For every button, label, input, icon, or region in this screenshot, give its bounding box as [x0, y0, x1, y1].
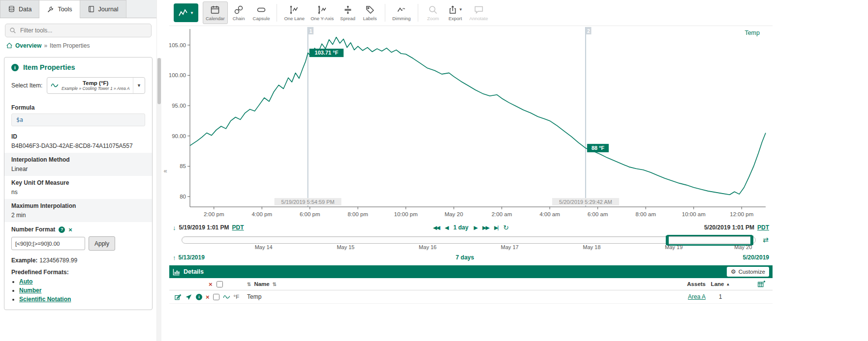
capsule-icon — [256, 5, 266, 15]
panel-title: Item Properties — [23, 63, 75, 71]
remove-all-icon[interactable]: × — [209, 281, 213, 287]
sidebar-collapse-handle[interactable]: « — [161, 0, 169, 341]
x-tick-label: 4:00 pm — [251, 211, 272, 217]
format-auto-link[interactable]: Auto — [19, 278, 32, 285]
tab-label: Tools — [58, 6, 72, 13]
calendar-button[interactable]: Calendar — [203, 1, 228, 24]
one-lane-button[interactable]: One Lane — [281, 1, 308, 24]
list-item: Scientific Notation — [19, 296, 152, 303]
apply-button[interactable]: Apply — [89, 236, 115, 251]
column-header-lane[interactable]: Lane — [711, 281, 724, 287]
timeline-track[interactable] — [182, 236, 756, 244]
one-y-axis-icon — [317, 5, 327, 15]
customize-button[interactable]: ⚙ Customize — [727, 267, 769, 277]
table-row[interactable]: i × °F Temp Area A 1 — [169, 290, 773, 304]
capsule-button[interactable]: Capsule — [250, 1, 273, 24]
investigate-expand-icon[interactable]: ↑ — [173, 254, 176, 261]
jump-to-end-icon[interactable]: ▶| — [494, 225, 497, 231]
max-interpolation-label: Maximum Interpolation — [11, 202, 145, 209]
labels-icon — [365, 5, 375, 15]
item-select-dropdown[interactable]: Temp (°F) Example » Cooling Tower 1 » Ar… — [47, 77, 145, 94]
number-format-row: Apply — [4, 235, 152, 255]
labels-button[interactable]: Labels — [359, 1, 381, 24]
edit-icon[interactable] — [174, 293, 182, 301]
x-tick-label: 6:00 pm — [300, 211, 320, 217]
dimming-icon — [397, 5, 406, 15]
clear-format-icon[interactable]: × — [68, 227, 72, 233]
trend-chart[interactable]: 12105.00100.0095.0090.0085802:00 pm4:00 … — [169, 26, 773, 222]
remove-icon[interactable]: × — [206, 294, 210, 300]
filter-tools — [5, 24, 152, 37]
x-tick-label: 2:00 am — [492, 211, 512, 217]
timeline-zoom-icon[interactable]: ⇄ — [763, 236, 769, 244]
timeline-date-label: May 14 — [255, 244, 273, 250]
unit-label: Key Unit Of Measure — [11, 179, 145, 186]
refresh-icon[interactable]: ↻ — [503, 224, 509, 231]
filter-tools-input[interactable] — [5, 24, 152, 37]
tab-tools[interactable]: Tools — [39, 0, 80, 18]
interpolation-value: Linear — [11, 166, 145, 172]
step-forward-icon[interactable]: ▶ — [474, 225, 477, 231]
x-tick-label: 12:00 pm — [730, 211, 753, 217]
tab-journal[interactable]: Journal — [80, 0, 126, 18]
dimming-button[interactable]: Dimming — [389, 1, 413, 24]
annotate-icon — [474, 5, 484, 15]
spread-button[interactable]: Spread — [337, 1, 359, 24]
step-back-icon[interactable]: ◀ — [445, 225, 448, 231]
chain-icon — [234, 5, 244, 15]
tab-data[interactable]: Data — [0, 0, 39, 18]
sort-icon[interactable]: ⇅ — [273, 282, 277, 287]
column-header-name[interactable]: Name — [254, 281, 269, 287]
pin-icon[interactable] — [185, 293, 192, 301]
signal-icon — [223, 293, 230, 301]
details-table-header: × ⇅ Name ⇅ Assets Lane ▲ — [169, 278, 773, 290]
scrollbar-thumb[interactable] — [157, 58, 161, 104]
sort-ascending-icon: ▲ — [726, 282, 730, 286]
format-number-link[interactable]: Number — [19, 287, 41, 294]
timezone-link[interactable]: PDT — [232, 224, 244, 231]
y-tick-label: 105.00 — [169, 42, 186, 48]
sidebar-scrollbar[interactable] — [156, 0, 161, 341]
format-example: Example:123456789.99 — [4, 255, 152, 265]
select-all-checkbox[interactable] — [217, 281, 223, 287]
view-mode-dropdown[interactable]: ▼ — [174, 3, 198, 22]
sidebar-tabbar: Data Tools Journal — [0, 0, 156, 18]
number-format-input[interactable] — [11, 237, 85, 250]
toolbar-separator — [418, 4, 418, 22]
timeline-date-label: May 19 — [665, 244, 682, 250]
help-icon[interactable]: ? — [59, 227, 65, 233]
trend-toolbar: ▼ Calendar Chain — [169, 0, 773, 26]
column-header-assets[interactable]: Assets — [651, 281, 706, 287]
timeline-date-labels: May 14May 15May 16May 17May 18May 19May … — [182, 244, 756, 251]
number-format-header: Number Format ? × — [4, 222, 152, 235]
x-tick-label: 8:00 pm — [347, 211, 368, 217]
range-duration-button[interactable]: 1 day — [453, 224, 468, 231]
timezone-link[interactable]: PDT — [757, 224, 769, 231]
breadcrumb-current: Item Properties — [50, 42, 90, 49]
range-collapse-icon[interactable]: ↓ — [173, 224, 176, 231]
sort-icon[interactable]: ⇅ — [247, 282, 251, 287]
export-button[interactable]: ▼ Export — [444, 1, 466, 24]
chain-button[interactable]: Chain — [228, 1, 250, 24]
add-column-icon[interactable] — [757, 280, 766, 288]
signal-icon — [51, 82, 59, 89]
selected-item-name: Temp (°F) — [62, 80, 129, 86]
investigate-range-row: ↑ 5/13/2019 7 days 5/20/2019 — [169, 252, 773, 263]
row-checkbox[interactable] — [213, 294, 219, 300]
info-icon[interactable]: i — [196, 294, 202, 300]
list-item: Auto — [19, 278, 152, 285]
format-scientific-link[interactable]: Scientific Notation — [19, 296, 71, 303]
one-y-axis-button[interactable]: One Y-Axis — [308, 1, 337, 24]
skip-forward-icon[interactable]: ▶▶ — [482, 225, 489, 231]
cursor-time-label: 5/20/2019 5:29:42 AM — [559, 199, 612, 205]
skip-back-icon[interactable]: ◀◀ — [433, 225, 439, 231]
breadcrumb-root-link[interactable]: Overview — [15, 42, 41, 49]
formula-label: Formula — [11, 104, 145, 111]
asset-link[interactable]: Area A — [688, 293, 706, 300]
cursor-flag-number: 2 — [587, 28, 590, 34]
details-title: Details — [184, 268, 204, 275]
example-value: 123456789.99 — [39, 257, 77, 264]
series-legend-label: Temp — [744, 29, 760, 36]
cursor-value-label: 103.71 °F — [315, 50, 339, 56]
id-value: B4B046F3-DA3D-42AE-8CD8-74A11075A557 — [11, 142, 145, 149]
